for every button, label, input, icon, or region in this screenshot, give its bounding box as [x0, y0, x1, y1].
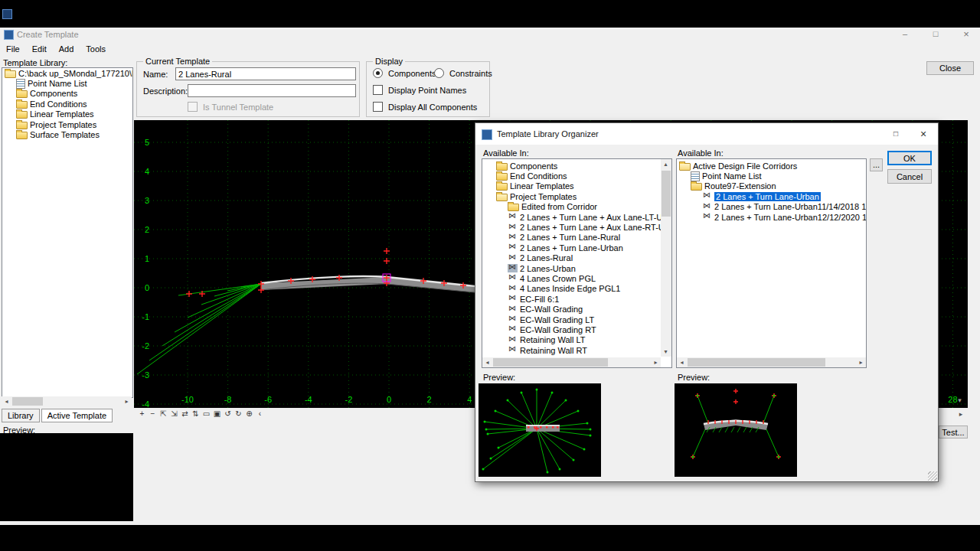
- tree-item[interactable]: 4 Lanes Inside Edge PGL1: [482, 284, 661, 294]
- scroll-left-icon[interactable]: ◂: [2, 396, 11, 406]
- tree-item[interactable]: End Conditions: [482, 171, 661, 181]
- window-titlebar[interactable]: Create Template – □ ×: [0, 28, 980, 41]
- tree-item[interactable]: End Conditions: [2, 99, 132, 109]
- canvas-tool-icon[interactable]: ⇱: [158, 409, 168, 419]
- tree-item[interactable]: Retaining Wall LT: [482, 335, 661, 345]
- tree-item[interactable]: 2 Lanes + Turn Lane-Urban: [482, 243, 661, 253]
- scroll-left-icon[interactable]: ◂: [677, 357, 687, 367]
- tree-item-label: Project Templates: [510, 192, 577, 201]
- menu-item[interactable]: Edit: [26, 43, 53, 55]
- canvas-tool-icon[interactable]: ⊕: [244, 409, 254, 419]
- scroll-down-icon[interactable]: ▾: [661, 347, 671, 357]
- canvas-tool-icon[interactable]: ↻: [234, 409, 243, 419]
- menu-item[interactable]: Add: [53, 43, 80, 55]
- tree-item[interactable]: Components: [2, 89, 132, 99]
- library-tab[interactable]: Active Template: [41, 409, 113, 422]
- tree-item[interactable]: Linear Templates: [482, 181, 661, 191]
- tree-item[interactable]: 2 Lanes + Turn Lane-Urban11/14/2018 1:12…: [677, 202, 866, 212]
- maximize-button[interactable]: □: [922, 28, 949, 41]
- organizer-right-hscrollbar[interactable]: ◂ ▸: [677, 357, 866, 367]
- display-all-components-checkbox[interactable]: [373, 102, 383, 112]
- is-tunnel-template-checkbox[interactable]: [188, 102, 198, 112]
- tree-item[interactable]: EC-Wall Grading: [482, 304, 661, 314]
- tree-item-label: 2 Lanes + Turn Lane-Urban11/14/2018 1:12…: [714, 202, 866, 211]
- tree-item-label: Edited from Corridor: [521, 202, 597, 211]
- tree-item[interactable]: C:\back up_SMondal_177210\Des: [2, 68, 132, 78]
- scroll-up-icon[interactable]: ▴: [661, 159, 671, 169]
- scrollbar-thumb[interactable]: [662, 171, 671, 217]
- menu-item[interactable]: Tools: [80, 43, 112, 55]
- close-window-button[interactable]: ×: [952, 28, 980, 41]
- tree-item[interactable]: 2 Lanes + Turn Lane-Rural: [482, 233, 661, 243]
- close-button[interactable]: Close: [926, 61, 974, 75]
- canvas-scroll-down-icon[interactable]: ▾: [954, 395, 965, 406]
- canvas-tool-icon[interactable]: ⇲: [169, 409, 179, 419]
- tree-item-label: Surface Templates: [30, 130, 100, 139]
- organizer-preview-left-label: Preview:: [483, 373, 515, 382]
- tree-item-label: 2 Lanes + Turn Lane-Rural: [520, 233, 620, 242]
- tree-item[interactable]: 2 Lanes-Urban: [482, 263, 661, 273]
- display-point-names-checkbox[interactable]: [373, 85, 383, 95]
- canvas-tool-icon[interactable]: −: [148, 409, 158, 419]
- library-tab[interactable]: Library: [2, 409, 40, 422]
- tree-item[interactable]: EC-Wall Grading LT: [482, 315, 661, 324]
- scroll-left-icon[interactable]: ◂: [482, 357, 492, 367]
- tree-item-icon: [508, 285, 518, 293]
- scroll-right-icon[interactable]: ▸: [122, 396, 132, 406]
- test-button[interactable]: Test...: [939, 425, 968, 439]
- display-group-label: Display: [373, 57, 405, 66]
- organizer-close-button[interactable]: ×: [910, 123, 936, 145]
- tree-item-label: Project Templates: [30, 120, 96, 129]
- canvas-tool-icon[interactable]: ⇄: [180, 409, 190, 419]
- tree-item-icon: [508, 274, 518, 282]
- tree-item[interactable]: Point Name List: [2, 78, 132, 88]
- tree-item[interactable]: Edited from Corridor: [482, 202, 661, 212]
- tree-item[interactable]: Active Design File Corridors: [677, 161, 866, 171]
- minimize-button[interactable]: –: [891, 28, 919, 41]
- tree-item[interactable]: Point Name List: [677, 171, 866, 181]
- tree-item[interactable]: Surface Templates: [2, 129, 132, 139]
- tree-item[interactable]: EC-Fill 6:1: [482, 294, 661, 304]
- cancel-button[interactable]: Cancel: [887, 169, 932, 184]
- tree-item[interactable]: 2 Lanes + Turn Lane + Aux Lane-RT-Urban: [482, 222, 661, 232]
- organizer-left-vscrollbar[interactable]: ▴ ▾: [661, 159, 671, 357]
- more-button[interactable]: ...: [870, 158, 883, 171]
- tree-item[interactable]: Components: [482, 161, 661, 171]
- tree-item[interactable]: 2 Lanes + Turn Lane-Urban: [677, 191, 866, 201]
- scrollbar-thumb[interactable]: [493, 358, 608, 367]
- tree-item[interactable]: 2 Lanes + Turn Lane + Aux Lane-LT-Urban: [482, 212, 661, 222]
- description-input[interactable]: [188, 84, 356, 97]
- tree-item[interactable]: 2 Lanes + Turn Lane-Urban12/12/2020 1:31…: [677, 212, 866, 222]
- scroll-right-icon[interactable]: ▸: [856, 357, 866, 367]
- canvas-scroll-right-icon[interactable]: ▸: [956, 409, 966, 419]
- tree-item[interactable]: Linear Templates: [2, 109, 132, 119]
- scrollbar-thumb[interactable]: [688, 358, 825, 367]
- scrollbar-thumb[interactable]: [12, 397, 43, 406]
- components-radio[interactable]: [373, 68, 383, 78]
- canvas-tool-icon[interactable]: +: [137, 409, 147, 419]
- tree-item[interactable]: 4 Lanes Crown PGL: [482, 273, 661, 283]
- canvas-tool-icon[interactable]: ⇅: [191, 409, 201, 419]
- tree-item[interactable]: EC-Wall Grading RT: [482, 324, 661, 334]
- organizer-maximize-button[interactable]: □: [883, 123, 909, 145]
- organizer-left-hscrollbar[interactable]: ◂ ▸: [482, 357, 661, 367]
- tree-item[interactable]: Project Templates: [482, 191, 661, 201]
- resize-gripper[interactable]: [928, 471, 937, 481]
- ok-button[interactable]: OK: [887, 151, 932, 165]
- menu-item[interactable]: File: [0, 43, 26, 55]
- tree-item[interactable]: Retaining Wall RT: [482, 345, 661, 355]
- template-name-input[interactable]: [175, 67, 356, 80]
- canvas-tool-icon[interactable]: ▣: [212, 409, 222, 419]
- constraints-radio[interactable]: [434, 68, 444, 78]
- tree-item-icon: [16, 79, 25, 89]
- tree-item[interactable]: Route97-Extension: [677, 181, 866, 191]
- library-tree-hscrollbar[interactable]: ◂ ▸: [2, 396, 132, 406]
- tree-item-icon: [496, 163, 508, 171]
- organizer-titlebar[interactable]: Template Library Organizer □ ×: [475, 123, 938, 145]
- canvas-tool-icon[interactable]: ▭: [201, 409, 211, 419]
- canvas-tool-icon[interactable]: ‹: [255, 409, 265, 419]
- scroll-right-icon[interactable]: ▸: [651, 357, 661, 367]
- tree-item[interactable]: Project Templates: [2, 119, 132, 129]
- tree-item[interactable]: 2 Lanes-Rural: [482, 253, 661, 263]
- canvas-tool-icon[interactable]: ↺: [223, 409, 233, 419]
